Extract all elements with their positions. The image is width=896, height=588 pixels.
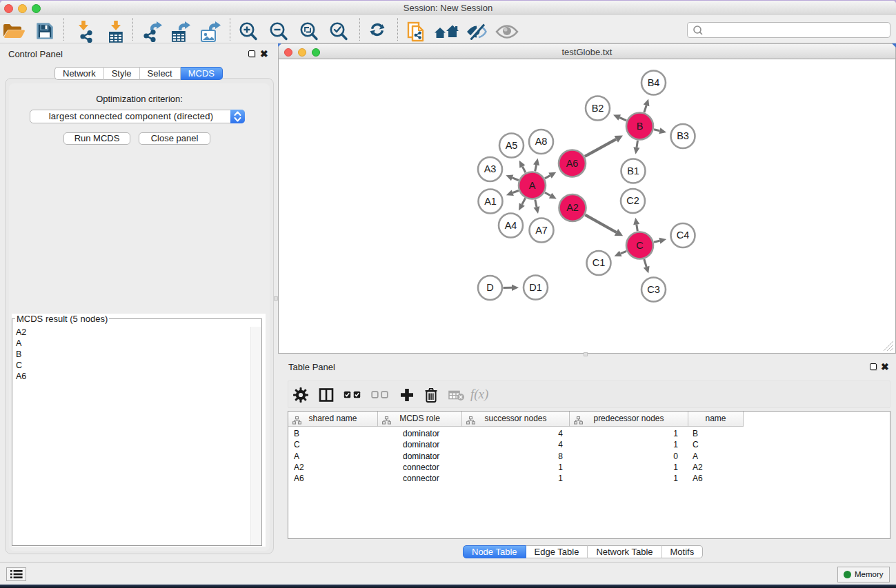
svg-text:B1: B1 (627, 165, 639, 176)
svg-text:A6: A6 (566, 158, 579, 169)
svg-text:A5: A5 (506, 140, 518, 151)
svg-text:A: A (529, 180, 536, 191)
svg-text:A4: A4 (505, 220, 517, 231)
svg-text:D1: D1 (529, 282, 542, 293)
svg-text:C2: C2 (626, 195, 639, 206)
svg-text:A8: A8 (535, 136, 548, 147)
svg-text:A3: A3 (484, 163, 497, 174)
svg-text:D: D (486, 282, 493, 293)
svg-text:A7: A7 (535, 225, 548, 236)
svg-text:C3: C3 (647, 284, 660, 295)
svg-text:C1: C1 (593, 257, 606, 268)
svg-text:C: C (636, 240, 643, 251)
svg-text:A1: A1 (484, 196, 497, 207)
svg-text:B4: B4 (648, 77, 660, 88)
svg-text:B3: B3 (677, 130, 689, 141)
svg-text:B2: B2 (592, 103, 604, 114)
svg-text:C4: C4 (677, 230, 690, 241)
svg-text:B: B (637, 121, 644, 132)
svg-text:A2: A2 (566, 202, 579, 213)
